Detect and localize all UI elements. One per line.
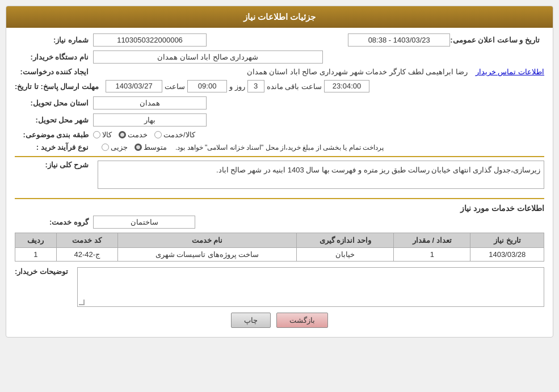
print-button[interactable]: چاپ — [231, 313, 271, 328]
service-group-label: گروه خدمت: — [15, 218, 89, 226]
radio-jozee — [102, 144, 109, 151]
cell-need-date: 1403/03/28 — [470, 248, 544, 262]
col-service-name: نام خدمت — [117, 233, 296, 248]
buyer-notes-label: توضیحات خریدار: — [15, 267, 68, 276]
description-value: زیرسازی،جدول گذاری انتهای خیابان رسالت ط… — [98, 161, 544, 189]
response-deadline-label: مهلت ارسال پاسخ: تا تاریخ: — [15, 82, 99, 91]
service-group-value: ساختمان — [93, 216, 195, 229]
category-khadamat[interactable]: خدمت — [119, 130, 148, 139]
city-value: بهار — [93, 113, 207, 127]
radio-kala — [93, 131, 100, 138]
cell-service-name: ساخت پروژه‌های تاسیسات شهری — [117, 248, 296, 262]
category-khadamat-label: خدمت — [128, 130, 148, 139]
radio-motavasset — [135, 144, 142, 151]
cell-row-num: 1 — [15, 248, 57, 262]
remaining-label: ساعت باقی مانده — [267, 82, 322, 91]
category-kala-khadamat-label: کالا/خدمت — [163, 130, 195, 139]
announcement-date-label: تاریخ و ساعت اعلان عمومی: — [450, 36, 540, 44]
province-value: همدان — [93, 96, 207, 109]
cell-service-code: ج-42-42 — [56, 248, 117, 262]
need-number-label: شماره نیاز: — [15, 36, 89, 44]
process-jozee-label: جزیی — [111, 143, 128, 151]
process-jozee[interactable]: جزیی — [102, 143, 128, 151]
buyer-org-value: شهرداری صالح اباد استان همدان — [93, 50, 323, 64]
buyer-org-label: نام دستگاه خریدار: — [15, 53, 89, 61]
creator-value: رضا ابراهیمی لطف کارگر خدمات شهر شهرداری… — [93, 68, 470, 76]
category-kala-label: کالا — [102, 130, 112, 139]
days-label: روز و — [229, 82, 245, 91]
category-label: طبقه بندی موضوعی: — [15, 130, 89, 139]
cell-quantity: 1 — [394, 248, 470, 262]
process-type-label: نوع فرآیند خرید : — [15, 143, 89, 151]
col-unit: واحد اندازه گیری — [297, 233, 394, 248]
divider-2 — [15, 198, 544, 199]
category-kala-khadamat[interactable]: کالا/خدمت — [154, 130, 195, 139]
description-label: شرح کلی نیاز: — [15, 161, 89, 169]
category-kala[interactable]: کالا — [93, 130, 112, 139]
col-need-date: تاریخ نیاز — [470, 233, 544, 248]
service-table: تاریخ نیاز تعداد / مقدار واحد اندازه گیر… — [15, 233, 544, 262]
announcement-date-value: 1403/03/23 - 08:38 — [348, 33, 450, 47]
cell-unit: خیابان — [297, 248, 394, 262]
province-label: استان محل تحویل: — [15, 99, 89, 107]
col-quantity: تعداد / مقدار — [394, 233, 470, 248]
time-label: ساعت — [165, 82, 185, 91]
back-button[interactable]: بازگشت — [276, 313, 328, 328]
resize-handle[interactable] — [79, 300, 85, 305]
services-title: اطلاعات خدمات مورد نیاز — [15, 204, 544, 213]
creator-link[interactable]: اطلاعات تماس خریدار — [476, 68, 544, 76]
table-row: 1403/03/28 1 خیابان ساخت پروژه‌های تاسیس… — [15, 248, 544, 262]
process-note: پرداخت تمام یا بخشی از مبلغ خرید،از محل … — [175, 144, 384, 151]
process-motavasset[interactable]: متوسط — [135, 143, 167, 151]
buyer-notes-box — [77, 267, 544, 307]
divider-1 — [15, 156, 544, 157]
deadline-time-value: 09:00 — [187, 80, 227, 92]
deadline-days-value: 3 — [247, 80, 264, 92]
radio-khadamat — [119, 131, 126, 138]
col-row-num: ردیف — [15, 233, 57, 248]
process-motavasset-label: متوسط — [144, 143, 167, 151]
need-number-value: 1103050322000006 — [93, 33, 207, 47]
col-service-code: کد خدمت — [56, 233, 117, 248]
remaining-time-value: 23:04:00 — [324, 80, 369, 92]
creator-label: ایجاد کننده درخواست: — [15, 68, 89, 76]
page-title: جزئیات اطلاعات نیاز — [6, 6, 553, 28]
deadline-date-value: 1403/03/27 — [106, 80, 162, 92]
city-label: شهر محل تحویل: — [15, 116, 89, 124]
radio-kala-khadamat — [154, 131, 162, 138]
